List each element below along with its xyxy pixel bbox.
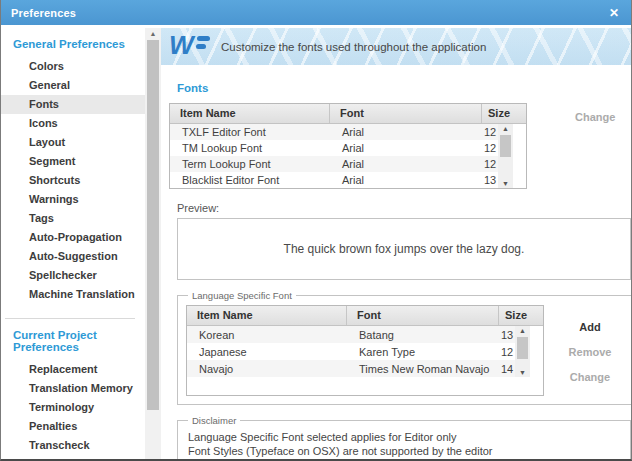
table-row[interactable]: Navajo Times New Roman Navajo 14: [187, 360, 515, 377]
wordfast-logo-icon: W: [169, 31, 211, 63]
cell-size: 12: [482, 142, 498, 154]
sidebar-item-label: Icons: [29, 117, 58, 129]
change-font-button[interactable]: Change: [575, 111, 615, 123]
scroll-up-icon[interactable]: ▲: [145, 30, 161, 37]
table-row[interactable]: Blacklist Editor Font Arial 13: [170, 172, 498, 188]
fonts-content: Fonts Item Name Font Size: [161, 65, 631, 459]
preview-label: Preview:: [177, 202, 621, 214]
cell-item-name: Blacklist Editor Font: [170, 174, 330, 186]
sidebar-item-label: General: [29, 79, 70, 91]
language-font-table: Item Name Font Size Korean: [186, 305, 544, 396]
scroll-down-icon[interactable]: ▼: [498, 180, 513, 187]
cell-size: 12: [499, 346, 515, 358]
sidebar-item[interactable]: Segmentation: [1, 455, 145, 459]
sidebar-item[interactable]: General: [1, 76, 145, 95]
disclaimer-line: Font Styles (Typeface on OSX) are not su…: [186, 444, 622, 458]
cell-item-name: Korean: [187, 329, 347, 341]
preview-box: The quick brown fox jumps over the lazy …: [177, 218, 631, 280]
sidebar-item[interactable]: Auto-Propagation: [1, 228, 145, 247]
sidebar-item-label: Terminology: [29, 401, 94, 413]
disclaimer-group: Disclaimer Language Specific Font select…: [177, 415, 631, 459]
window-title: Preferences: [11, 7, 76, 19]
sidebar-scrollbar[interactable]: ▲: [145, 28, 161, 459]
cell-item-name: Navajo: [187, 363, 347, 375]
column-header-item-name: Item Name: [170, 104, 330, 123]
language-table-scrollbar-thumb[interactable]: [517, 337, 528, 359]
table-row[interactable]: Korean Batang 13: [187, 326, 515, 343]
sidebar-item-label: Replacement: [29, 363, 97, 375]
preview-text: The quick brown fox jumps over the lazy …: [284, 242, 525, 256]
disclaimer-line: Language Specific Font selected applies …: [186, 430, 622, 444]
table-row[interactable]: TXLF Editor Font Arial 12: [170, 124, 498, 140]
sidebar-item[interactable]: Auto-Suggestion: [1, 247, 145, 266]
column-header-size: Size: [499, 306, 530, 325]
sidebar-item[interactable]: Replacement: [1, 360, 145, 379]
cell-font: Times New Roman Navajo: [347, 363, 499, 375]
sidebar: General Preferences Colors General Fonts: [1, 28, 145, 459]
change-language-font-button[interactable]: Change: [570, 371, 610, 383]
scroll-up-icon[interactable]: ▲: [498, 125, 513, 132]
cell-font: Arial: [330, 174, 482, 186]
sidebar-item[interactable]: Colors: [1, 57, 145, 76]
fonts-table: Item Name Font Size TXLF Editor Font Ari: [169, 103, 527, 189]
sidebar-item-label: Segmentation: [29, 458, 102, 459]
header-banner: W Customize the fonts used throughout th…: [161, 28, 631, 65]
sidebar-item[interactable]: Layout: [1, 133, 145, 152]
sidebar-general-items: Colors General Fonts Icons L: [1, 57, 145, 304]
fonts-table-scrollbar-thumb[interactable]: [500, 135, 511, 157]
cell-item-name: Japanese: [187, 346, 347, 358]
fonts-section-heading: Fonts: [177, 82, 621, 94]
scroll-down-icon[interactable]: ▼: [515, 369, 530, 376]
sidebar-item-label: Colors: [29, 60, 64, 72]
sidebar-item-label: Warnings: [29, 193, 79, 205]
close-icon[interactable]: ✕: [609, 7, 619, 19]
sidebar-scrollbar-thumb[interactable]: [147, 40, 159, 410]
sidebar-item[interactable]: Transcheck: [1, 436, 145, 455]
column-header-font: Font: [330, 104, 482, 123]
table-row[interactable]: Term Lookup Font Arial 12: [170, 156, 498, 172]
language-group-legend: Language Specific Font: [188, 290, 296, 301]
cell-font: Arial: [330, 142, 482, 154]
cell-font: Arial: [330, 158, 482, 170]
cell-size: 12: [482, 126, 498, 138]
language-table-scrollbar[interactable]: ▲ ▼: [515, 326, 530, 377]
column-header-size: Size: [482, 104, 513, 123]
main-panel: W Customize the fonts used throughout th…: [161, 28, 631, 459]
sidebar-item[interactable]: Shortcuts: [1, 171, 145, 190]
column-header-item-name: Item Name: [187, 306, 347, 325]
cell-size: 13: [482, 174, 498, 186]
sidebar-item[interactable]: Machine Translation: [1, 285, 145, 304]
sidebar-item-label: Shortcuts: [29, 174, 80, 186]
column-header-font: Font: [347, 306, 499, 325]
sidebar-item-label: Machine Translation: [29, 288, 135, 300]
language-specific-font-group: Language Specific Font Item Name Font Si…: [177, 290, 631, 405]
add-language-font-button[interactable]: Add: [579, 321, 600, 333]
sidebar-item[interactable]: Terminology: [1, 398, 145, 417]
scroll-up-icon[interactable]: ▲: [515, 327, 530, 334]
sidebar-item[interactable]: Segment: [1, 152, 145, 171]
cell-font: Karen Type: [347, 346, 499, 358]
fonts-table-scrollbar[interactable]: ▲ ▼: [498, 124, 513, 188]
cell-size: 14: [499, 363, 515, 375]
sidebar-heading-project: Current Project Preferences: [1, 319, 145, 360]
cell-size: 12: [482, 158, 498, 170]
table-row[interactable]: TM Lookup Font Arial 12: [170, 140, 498, 156]
table-row[interactable]: Japanese Karen Type 12: [187, 343, 515, 360]
svg-text:W: W: [169, 31, 196, 59]
cell-font: Batang: [347, 329, 499, 341]
language-table-header: Item Name Font Size: [187, 306, 543, 326]
sidebar-item[interactable]: Penalties: [1, 417, 145, 436]
cell-item-name: TXLF Editor Font: [170, 126, 330, 138]
sidebar-heading-general: General Preferences: [1, 28, 145, 57]
sidebar-item[interactable]: Tags: [1, 209, 145, 228]
sidebar-item[interactable]: Fonts: [1, 95, 145, 114]
sidebar-item-label: Fonts: [29, 98, 59, 110]
sidebar-item[interactable]: Translation Memory: [1, 379, 145, 398]
sidebar-item[interactable]: Warnings: [1, 190, 145, 209]
cell-size: 13: [499, 329, 515, 341]
sidebar-item-label: Segment: [29, 155, 75, 167]
sidebar-item[interactable]: Icons: [1, 114, 145, 133]
banner-tagline: Customize the fonts used throughout the …: [221, 41, 486, 53]
sidebar-item[interactable]: Spellchecker: [1, 266, 145, 285]
remove-language-font-button[interactable]: Remove: [569, 346, 612, 358]
